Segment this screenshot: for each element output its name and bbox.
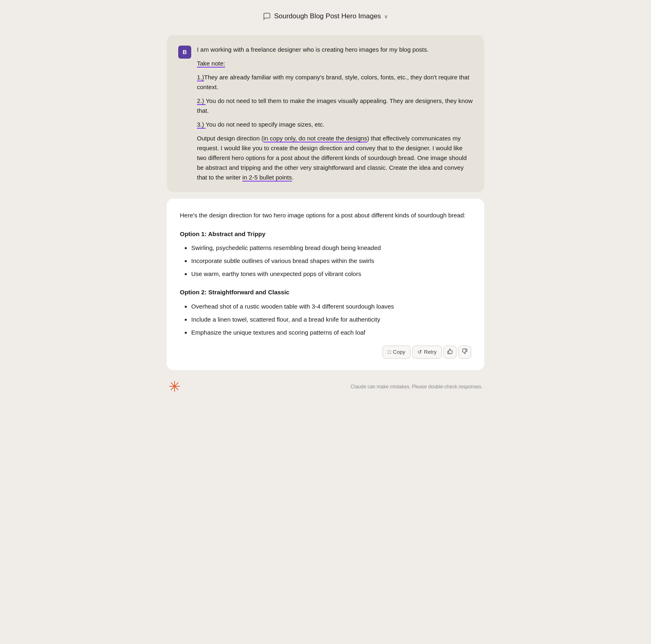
user-message-intro: I am working with a freelance designer w… bbox=[197, 45, 473, 55]
list-item: Swirling, psychedelic patterns resemblin… bbox=[191, 243, 471, 253]
retry-label: Retry bbox=[424, 349, 437, 355]
take-note-label: Take note: bbox=[197, 59, 473, 68]
user-message-bubble: B I am working with a freelance designer… bbox=[167, 35, 484, 192]
disclaimer-text: Claude can make mistakes. Please double-… bbox=[351, 384, 483, 390]
claude-logo: ✳ bbox=[168, 378, 181, 395]
option1-bullets: Swirling, psychedelic patterns resemblin… bbox=[180, 243, 471, 279]
chat-icon bbox=[263, 12, 271, 20]
thumbs-down-icon bbox=[462, 348, 467, 355]
option2-bullets: Overhead shot of a rustic wooden table w… bbox=[180, 302, 471, 337]
user-point-3: 3.) You do not need to specify image siz… bbox=[197, 120, 473, 129]
retry-button[interactable]: ↺ Retry bbox=[412, 346, 442, 359]
chat-container: B I am working with a freelance designer… bbox=[167, 35, 484, 370]
list-item: Include a linen towel, scattered flour, … bbox=[191, 315, 471, 324]
copy-button[interactable]: □ Copy bbox=[382, 346, 411, 359]
chevron-down-icon[interactable]: ∨ bbox=[384, 13, 388, 20]
conversation-header: Sourdough Blog Post Hero Images ∨ bbox=[263, 12, 389, 20]
list-item: Incorporate subtle outlines of various b… bbox=[191, 256, 471, 266]
list-item: Overhead shot of a rustic wooden table w… bbox=[191, 302, 471, 311]
thumbs-up-icon bbox=[447, 348, 453, 355]
conversation-title[interactable]: Sourdough Blog Post Hero Images bbox=[274, 12, 381, 20]
list-item: Use warm, earthy tones with unexpected p… bbox=[191, 269, 471, 279]
thumbs-down-button[interactable] bbox=[458, 346, 471, 359]
copy-icon: □ bbox=[388, 349, 391, 355]
thumbs-up-button[interactable] bbox=[443, 346, 457, 359]
option2-title: Option 2: Straightforward and Classic bbox=[180, 287, 471, 298]
user-point-2: 2.) You do not need to tell them to make… bbox=[197, 96, 473, 116]
action-bar: □ Copy ↺ Retry bbox=[180, 346, 471, 359]
assistant-intro: Here's the design direction for two hero… bbox=[180, 210, 471, 221]
user-avatar: B bbox=[178, 46, 191, 59]
bottom-area: ✳ Claude can make mistakes. Please doubl… bbox=[167, 378, 484, 395]
copy-label: Copy bbox=[393, 349, 405, 355]
user-message-content: I am working with a freelance designer w… bbox=[197, 45, 473, 182]
user-point-1: 1.)They are already familiar with my com… bbox=[197, 72, 473, 92]
list-item: Emphasize the unique textures and scorin… bbox=[191, 328, 471, 337]
retry-icon: ↺ bbox=[417, 349, 422, 355]
user-output-para: Output design direction (in copy only, d… bbox=[197, 134, 473, 182]
assistant-message-bubble: Here's the design direction for two hero… bbox=[167, 199, 484, 370]
option1-title: Option 1: Abstract and Trippy bbox=[180, 229, 471, 239]
